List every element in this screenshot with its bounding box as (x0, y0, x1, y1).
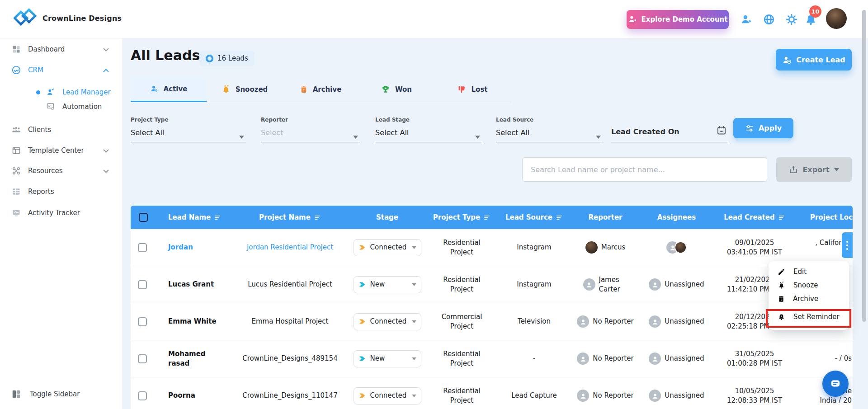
row-actions-menu-button[interactable] (842, 232, 853, 258)
cell-lead-name[interactable]: Poorna (156, 391, 230, 400)
column-lead-created[interactable]: Lead Created (712, 213, 797, 221)
reports-icon (11, 186, 22, 197)
cell-reporter: No Reporter (577, 315, 633, 328)
dropdown-caret-icon (475, 132, 480, 141)
sort-icon[interactable] (556, 215, 563, 221)
lead-count-badge: 16 Leads (199, 51, 255, 66)
menu-item-snooze[interactable]: Snooze (769, 278, 849, 292)
explore-demo-account-button[interactable]: Explore Demo Account (627, 10, 729, 29)
cell-lead-name[interactable]: Mohamed rasad (156, 349, 230, 368)
chevron-down-icon (103, 167, 109, 175)
toggle-sidebar-label: Toggle Sidebar (30, 390, 80, 398)
create-lead-button[interactable]: Create Lead (776, 49, 852, 71)
create-lead-label: Create Lead (796, 56, 845, 64)
filter-lead-source[interactable]: Lead Source Select All (496, 117, 603, 143)
lead-created-on-datepicker[interactable]: Lead Created On (611, 117, 728, 143)
filter-underline (261, 142, 360, 142)
sidebar-item-label: Automation (62, 103, 102, 111)
filter-value: Select All (496, 128, 529, 137)
notifications-bell-icon[interactable]: 10 (804, 13, 817, 26)
menu-item-edit[interactable]: Edit (769, 265, 849, 278)
cell-project-name[interactable]: CrownLine_Designs_110147 (230, 391, 350, 400)
column-lead-source[interactable]: Lead Source (499, 213, 569, 221)
filter-lead-stage[interactable]: Lead Stage Select All (375, 117, 482, 143)
tab-active[interactable]: Active (131, 77, 207, 102)
sort-icon[interactable] (214, 215, 221, 221)
brand-logo[interactable]: CrownLine Designs (14, 7, 122, 29)
cell-lead-name[interactable]: Lucas Grant (156, 280, 230, 289)
cell-project-name[interactable]: Jordan Residential Project (230, 243, 350, 252)
column-lead-name[interactable]: Lead Name (156, 213, 230, 221)
filter-project-type[interactable]: Project Type Select All (131, 117, 246, 143)
cell-lead-created: 31/05/2025 01:00:28 PM IST (712, 349, 797, 368)
create-lead-icon (782, 55, 792, 65)
sidebar-item-clients[interactable]: Clients (0, 122, 123, 138)
stage-select[interactable]: Connected (354, 239, 421, 256)
sidebar-item-dashboard[interactable]: Dashboard (0, 41, 123, 57)
chat-widget-button[interactable] (822, 371, 849, 397)
stage-value: New (370, 280, 408, 289)
stage-select[interactable]: Connected (354, 313, 421, 330)
cell-project-name[interactable]: Emma Hospital Project (230, 317, 350, 326)
reporter-avatar (577, 315, 589, 328)
row-checkbox[interactable] (138, 317, 147, 326)
column-label: Lead Name (168, 213, 211, 221)
column-assignees[interactable]: Assignees (642, 213, 712, 221)
assignees-label: Unassigned (665, 391, 704, 400)
reminder-bell-icon (778, 313, 785, 321)
column-project-type[interactable]: Project Type (425, 213, 499, 221)
cell-project-name[interactable]: Lucus Residential Project (230, 280, 350, 289)
stage-value: New (370, 354, 408, 363)
column-reporter[interactable]: Reporter (569, 213, 642, 221)
leads-table: Lead Name Project Name Stage Project Typ… (131, 206, 853, 409)
column-project-location[interactable]: Project Location (797, 213, 853, 221)
add-user-icon[interactable] (740, 13, 753, 26)
sidebar-item-resources[interactable]: Resources (0, 163, 123, 179)
export-button[interactable]: Export (776, 157, 852, 182)
sidebar-item-template-center[interactable]: Template Center (0, 142, 123, 159)
row-checkbox[interactable] (138, 243, 147, 252)
archive-trash-icon (778, 295, 785, 303)
sidebar-item-reports[interactable]: Reports (0, 183, 123, 200)
stage-select[interactable]: Connected (354, 387, 421, 404)
sidebar-item-automation[interactable]: Automation (0, 99, 123, 115)
tab-snoozed[interactable]: Snoozed (207, 77, 283, 102)
filter-value: Select (261, 128, 283, 137)
menu-item-set-reminder[interactable]: Set Reminder (769, 309, 849, 324)
tab-lost[interactable]: Lost (434, 77, 510, 102)
sidebar-item-label: CRM (28, 66, 43, 74)
column-project-name[interactable]: Project Name (230, 213, 350, 221)
cell-lead-name[interactable]: Emma White (156, 317, 230, 326)
sidebar-item-crm[interactable]: CRM (0, 62, 123, 78)
stage-select[interactable]: New (354, 276, 421, 293)
sort-icon[interactable] (314, 215, 321, 221)
toggle-sidebar-button[interactable]: Toggle Sidebar (0, 386, 123, 402)
apply-filters-button[interactable]: Apply (733, 118, 793, 138)
sort-icon[interactable] (778, 215, 785, 221)
sidebar-item-lead-manager[interactable]: Lead Manager (0, 84, 123, 100)
cell-lead-source: Television (499, 317, 569, 326)
row-checkbox[interactable] (138, 354, 147, 363)
sort-icon[interactable] (484, 215, 491, 221)
cell-lead-name[interactable]: Jordan (156, 243, 230, 252)
select-all-checkbox-cell[interactable] (131, 213, 156, 222)
cell-project-name[interactable]: CrownLine_Designs_489154 (230, 354, 350, 363)
assignees-label: Unassigned (665, 354, 704, 363)
tab-won[interactable]: Won (359, 77, 434, 102)
menu-item-archive[interactable]: Archive (769, 292, 849, 306)
reporter-name: No Reporter (593, 317, 633, 326)
globe-icon[interactable] (762, 13, 776, 26)
row-checkbox[interactable] (138, 280, 147, 289)
stage-select[interactable]: New (354, 350, 421, 367)
row-checkbox[interactable] (138, 391, 147, 400)
sidebar-item-activity-tracker[interactable]: Activity Tracker (0, 205, 123, 221)
settings-gear-icon[interactable] (785, 13, 798, 26)
column-stage[interactable]: Stage (350, 213, 425, 221)
page-scrollbar-thumb[interactable] (862, 10, 866, 322)
user-avatar[interactable] (826, 8, 847, 29)
active-person-icon (150, 85, 159, 93)
search-input[interactable] (522, 157, 767, 182)
filter-reporter[interactable]: Reporter Select (261, 117, 360, 143)
tab-archive[interactable]: Archive (283, 77, 359, 102)
select-all-checkbox[interactable] (139, 213, 148, 222)
